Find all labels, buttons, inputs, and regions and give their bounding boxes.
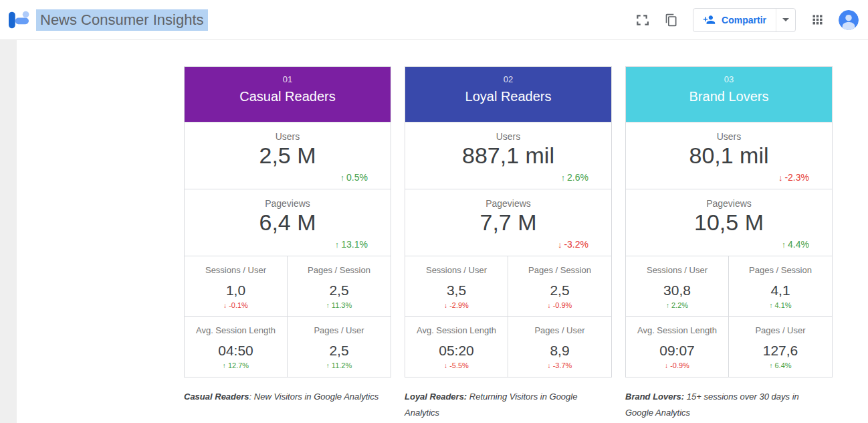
metric-label: Pageviews xyxy=(626,189,832,209)
user-avatar[interactable] xyxy=(839,10,859,30)
metric-label: Users xyxy=(405,122,611,142)
avatar-person-icon xyxy=(839,10,859,30)
card-title: Casual Readers xyxy=(185,89,391,104)
metric-label: Pages / User xyxy=(508,317,611,335)
data-studio-logo-icon[interactable] xyxy=(7,10,31,30)
apps-grid-button[interactable] xyxy=(809,12,825,28)
metric-delta: -0.9% xyxy=(508,301,611,309)
metric-pages-per-session: Pages / Session 2,5 -0.9% xyxy=(508,256,611,317)
metric-label: Pages / Session xyxy=(729,256,832,275)
apps-grid-icon xyxy=(810,13,825,27)
metric-label: Pages / Session xyxy=(288,256,391,275)
metric-pages-per-user: Pages / User 8,9 -3.7% xyxy=(508,317,611,377)
metric-delta: -3.7% xyxy=(508,361,611,369)
metric-value: 2,5 M xyxy=(185,143,391,169)
metric-delta: 11.2% xyxy=(288,361,391,369)
metric-value: 10,5 M xyxy=(626,209,832,236)
report-canvas: 01 Casual Readers Users 2,5 M 0.5% Pagev… xyxy=(0,40,868,423)
copy-icon xyxy=(665,13,678,27)
metric-avg-session-length: Avg. Session Length 05:20 -5.5% xyxy=(405,317,508,377)
card-number: 01 xyxy=(185,67,391,84)
metric-delta: 0.5% xyxy=(340,172,368,183)
metric-value: 2,5 xyxy=(288,282,391,299)
card-header: 02 Loyal Readers xyxy=(405,67,611,122)
description-term: Casual Readers xyxy=(184,392,249,402)
metric-delta: 6.4% xyxy=(729,361,832,369)
metric-label: Pageviews xyxy=(185,189,391,209)
card-header: 01 Casual Readers xyxy=(185,67,391,122)
fullscreen-icon xyxy=(635,13,649,27)
metric-pages-per-user: Pages / User 2,5 11.2% xyxy=(288,317,391,377)
share-options-dropdown[interactable] xyxy=(776,9,795,31)
top-actions: Compartir xyxy=(634,8,859,32)
fullscreen-button[interactable] xyxy=(634,12,650,28)
metric-delta: 4.1% xyxy=(729,301,832,309)
metric-delta: -2.3% xyxy=(778,172,809,183)
share-button-label: Compartir xyxy=(722,15,766,25)
small-metrics-grid: Sessions / User 1,0 -0.1% Pages / Sessio… xyxy=(185,256,391,377)
metric-delta: 4.4% xyxy=(782,239,809,250)
top-bar: News Consumer Insights Compartir xyxy=(0,0,868,40)
share-button[interactable]: Compartir xyxy=(693,9,776,31)
segment-card-casual-readers[interactable]: 01 Casual Readers Users 2,5 M 0.5% Pagev… xyxy=(184,66,391,377)
metric-value: 2,5 xyxy=(288,343,391,359)
metric-value: 30,8 xyxy=(626,282,728,299)
metric-users: Users 80,1 mil -2.3% xyxy=(626,122,832,189)
metric-avg-session-length: Avg. Session Length 04:50 12.7% xyxy=(185,317,288,377)
metric-value: 8,9 xyxy=(508,343,611,359)
chevron-down-icon xyxy=(782,18,789,21)
card-number: 03 xyxy=(626,67,832,84)
metric-delta: -3.2% xyxy=(558,239,588,250)
card-number: 02 xyxy=(405,67,611,84)
metric-value: 04:50 xyxy=(185,343,287,359)
metric-value: 3,5 xyxy=(405,282,508,299)
metric-delta: 11.3% xyxy=(288,301,391,309)
metric-sessions-per-user: Sessions / User 1,0 -0.1% xyxy=(185,256,288,317)
share-button-group: Compartir xyxy=(693,8,796,32)
metric-value: 887,1 mil xyxy=(405,143,611,169)
metric-label: Users xyxy=(626,122,832,142)
metric-pages-per-session: Pages / Session 2,5 11.3% xyxy=(288,256,391,317)
metric-label: Pageviews xyxy=(405,189,611,209)
metric-pageviews: Pageviews 10,5 M 4.4% xyxy=(626,189,832,256)
metric-delta: -5.5% xyxy=(405,361,508,369)
segment-card-brand-lovers[interactable]: 03 Brand Lovers Users 80,1 mil -2.3% Pag… xyxy=(625,66,833,377)
metric-label: Sessions / User xyxy=(185,256,287,275)
metric-delta: 12.7% xyxy=(185,361,287,369)
metric-label: Sessions / User xyxy=(405,256,508,275)
metric-delta: 2.6% xyxy=(561,172,588,183)
description-term: Loyal Readers: xyxy=(405,392,467,402)
metric-value: 4,1 xyxy=(729,282,832,299)
metric-label: Pages / User xyxy=(288,317,391,335)
description-text: : New Visitors in Google Analytics xyxy=(249,392,379,402)
metric-users: Users 887,1 mil 2.6% xyxy=(405,122,611,189)
metric-pages-per-user: Pages / User 127,6 6.4% xyxy=(729,317,832,377)
description-term: Brand Lovers: xyxy=(625,392,684,402)
metric-value: 127,6 xyxy=(729,343,832,359)
report-title[interactable]: News Consumer Insights xyxy=(36,9,208,31)
metric-avg-session-length: Avg. Session Length 09:07 -0.9% xyxy=(626,317,729,377)
card-title: Brand Lovers xyxy=(626,89,832,104)
metric-pageviews: Pageviews 7,7 M -3.2% xyxy=(405,189,611,256)
canvas-left-gutter xyxy=(0,40,17,423)
metric-delta: 13.1% xyxy=(335,239,368,250)
metric-value: 1,0 xyxy=(185,282,287,299)
metric-sessions-per-user: Sessions / User 30,8 2.2% xyxy=(626,256,729,317)
segment-description-brand-lovers: Brand Lovers: 15+ sessions over 30 days … xyxy=(625,389,829,421)
segment-description-loyal-readers: Loyal Readers: Returning Visitors in Goo… xyxy=(405,389,609,421)
metric-label: Sessions / User xyxy=(626,256,728,275)
metric-sessions-per-user: Sessions / User 3,5 -2.9% xyxy=(405,256,508,317)
metric-delta: -0.1% xyxy=(185,301,287,309)
segment-description-casual-readers: Casual Readers: New Visitors in Google A… xyxy=(184,389,388,405)
metric-value: 6,4 M xyxy=(185,209,391,236)
copy-report-button[interactable] xyxy=(663,12,679,28)
metric-users: Users 2,5 M 0.5% xyxy=(185,122,391,189)
metric-pageviews: Pageviews 6,4 M 13.1% xyxy=(185,189,391,256)
metric-label: Avg. Session Length xyxy=(185,317,287,335)
metric-value: 09:07 xyxy=(626,343,728,359)
segment-card-loyal-readers[interactable]: 02 Loyal Readers Users 887,1 mil 2.6% Pa… xyxy=(405,66,612,377)
metric-value: 2,5 xyxy=(508,282,611,299)
metric-delta: -2.9% xyxy=(405,301,508,309)
small-metrics-grid: Sessions / User 30,8 2.2% Pages / Sessio… xyxy=(626,256,832,377)
metric-label: Pages / User xyxy=(729,317,832,335)
